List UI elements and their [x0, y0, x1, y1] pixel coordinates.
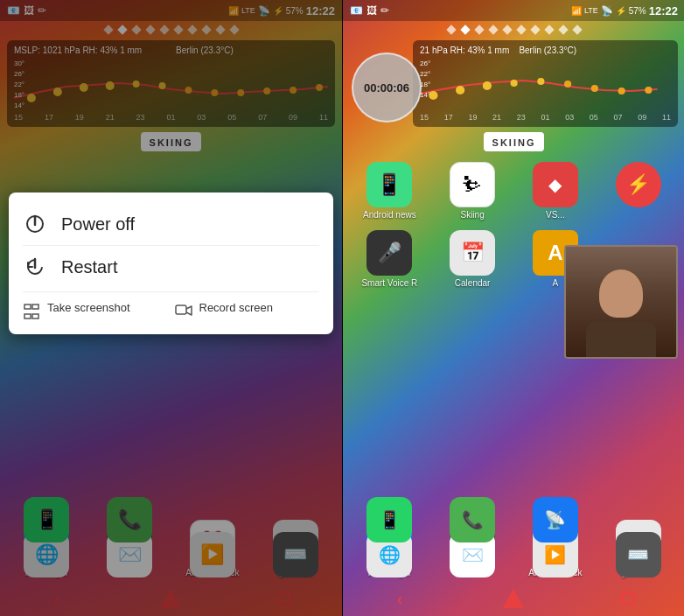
- svg-text:14°: 14°: [420, 91, 430, 99]
- svg-point-27: [483, 81, 492, 90]
- app-smart-voice[interactable]: 🎤 Smart Voice R: [350, 230, 429, 288]
- stopwatch-overlay[interactable]: 00:00:06: [352, 52, 422, 122]
- screenshot-label: Take screenshot: [47, 301, 130, 316]
- calendar-label: Calendar: [455, 278, 491, 288]
- record-button[interactable]: Record screen: [175, 301, 320, 324]
- app-lightning[interactable]: ⚡: [598, 162, 678, 220]
- calendar-icon: 📅: [450, 230, 495, 276]
- right-page-indicators: [343, 21, 684, 38]
- vsc-icon: ◆: [533, 162, 578, 207]
- r-weather-time-labels: 1517192123 010305070911: [420, 113, 671, 122]
- svg-point-32: [618, 88, 625, 94]
- right-status-bar: 📧 🖼 ✏ 📶 LTE 📡 ⚡ 57% 12:22: [343, 0, 684, 21]
- svg-point-31: [591, 85, 598, 92]
- r-page-dot-6: [516, 24, 526, 34]
- power-off-dialog: Power off Restart: [9, 192, 333, 334]
- svg-point-26: [456, 86, 464, 94]
- r-page-dot-10: [572, 24, 582, 34]
- right-recents-button[interactable]: [611, 581, 646, 616]
- android-news-icon: 📱: [366, 162, 412, 207]
- record-icon: [175, 303, 192, 324]
- svg-point-30: [564, 80, 571, 88]
- lightning-icon: ⚡: [616, 162, 661, 207]
- right-lte: LTE: [584, 6, 598, 15]
- r-page-dot-3: [474, 24, 484, 34]
- right-home-button[interactable]: [496, 581, 531, 616]
- vsc-label: VS...: [546, 210, 565, 220]
- r-page-dot-1: [446, 24, 456, 34]
- right-time: 12:22: [649, 4, 678, 18]
- right-wifi: 📡: [601, 5, 613, 17]
- r-dock3-wifi[interactable]: 📡: [516, 497, 596, 542]
- r-page-dot-8: [544, 24, 554, 34]
- r-page-dot-9: [558, 24, 568, 34]
- r-whatsapp-icon: 📱: [366, 497, 412, 542]
- svg-rect-24: [176, 305, 186, 314]
- svg-point-28: [511, 80, 518, 87]
- right-phone-panel: 📧 🖼 ✏ 📶 LTE 📡 ⚡ 57% 12:22 00:00:06 21: [343, 0, 684, 616]
- r-page-dot-2: [460, 24, 470, 34]
- screenshot-button[interactable]: Take screenshot: [23, 301, 168, 324]
- r-phone-icon: 📞: [450, 497, 495, 542]
- r-weather-chart: 26° 22° 18° 14°: [420, 59, 671, 111]
- svg-rect-22: [24, 314, 31, 318]
- r-dock3-phone[interactable]: 📞: [433, 497, 513, 542]
- record-label: Record screen: [199, 301, 274, 316]
- a-app-label: A: [553, 278, 559, 288]
- svg-rect-23: [32, 314, 38, 318]
- screenshot-record-row: Take screenshot Record screen: [23, 291, 319, 324]
- r-dock3-whatsapp[interactable]: 📱: [350, 497, 429, 542]
- restart-label: Restart: [61, 257, 117, 277]
- svg-text:26°: 26°: [420, 60, 430, 67]
- right-bottom-nav: ‹: [343, 581, 684, 616]
- right-status-right: 📶 LTE 📡 ⚡ 57% 12:22: [571, 4, 678, 18]
- svg-rect-20: [24, 304, 31, 309]
- restart-button[interactable]: Restart: [23, 245, 319, 288]
- app-android-news[interactable]: 📱 Android news: [350, 162, 429, 220]
- app-skiing[interactable]: ⛷ Skiing: [433, 162, 513, 220]
- android-news-label: Android news: [363, 210, 416, 220]
- r-page-dot-5: [502, 24, 512, 34]
- smart-voice-label: Smart Voice R: [361, 278, 417, 288]
- r-recents-square-icon: [621, 592, 635, 606]
- right-signal: 📶: [571, 6, 582, 16]
- svg-point-33: [645, 87, 652, 94]
- face-camera-overlay[interactable]: [564, 245, 678, 359]
- svg-text:22°: 22°: [420, 70, 430, 78]
- right-status-icons: 📧 🖼 ✏: [350, 4, 389, 17]
- skiing-icon: ⛷: [450, 162, 495, 207]
- power-off-button[interactable]: Power off: [23, 203, 319, 245]
- face-silhouette: [566, 247, 676, 357]
- face-head: [599, 270, 643, 318]
- smart-voice-icon: 🎤: [366, 230, 412, 276]
- r-back-chevron-icon: ‹: [397, 589, 403, 609]
- power-off-label: Power off: [61, 214, 135, 234]
- r-page-dot-7: [530, 24, 540, 34]
- svg-rect-21: [32, 304, 38, 309]
- r-page-dot-4: [488, 24, 498, 34]
- restart-icon: [23, 255, 47, 279]
- right-battery: 57%: [629, 6, 646, 16]
- left-phone-panel: 📧 🖼 ✏ 📶 LTE 📡 ⚡ 57% 12:22 MSLP: 1021 hPa…: [0, 0, 342, 616]
- power-off-icon: [23, 212, 47, 236]
- face-body: [586, 322, 656, 357]
- right-battery-icon: ⚡: [616, 6, 626, 16]
- right-back-button[interactable]: ‹: [382, 581, 417, 616]
- stopwatch-time: 00:00:06: [364, 81, 409, 94]
- screenshot-icon: [23, 303, 40, 324]
- app-calendar[interactable]: 📅 Calendar: [433, 230, 513, 288]
- r-wifi-app-icon: 📡: [533, 497, 578, 542]
- r-weather-info: 21 hPa RH: 43% 1 mm Berlin (23.3°C): [420, 46, 671, 55]
- right-weather-widget: 21 hPa RH: 43% 1 mm Berlin (23.3°C) 26° …: [413, 40, 678, 127]
- app-vsc[interactable]: ◆ VS...: [516, 162, 596, 220]
- r-home-triangle-icon: [503, 589, 524, 608]
- svg-point-29: [537, 78, 544, 85]
- skiing-label: Skiing: [461, 210, 485, 220]
